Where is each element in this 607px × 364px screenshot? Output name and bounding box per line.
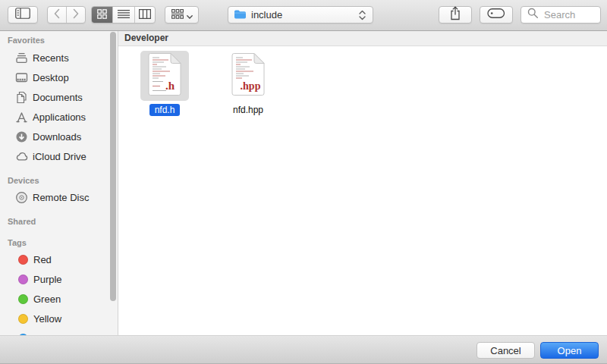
file-icon-highlight: .h	[140, 51, 189, 101]
folder-icon	[234, 8, 247, 22]
file-browser-pane: Developer	[118, 31, 607, 335]
file-extension-text: .h	[165, 80, 175, 92]
open-button[interactable]: Open	[540, 342, 599, 359]
sidebar-item-label: iCloud Drive	[33, 151, 86, 162]
shared-section-header: Shared	[8, 216, 36, 227]
toolbar: include	[0, 0, 607, 31]
file-grid: .h nfd.h	[118, 46, 607, 335]
favorites-section-header: Favorites	[8, 35, 45, 46]
folder-dropdown-label: include	[251, 9, 282, 20]
purple-tag-icon	[18, 275, 28, 284]
green-tag-icon	[18, 294, 28, 304]
tag-label: Purple	[33, 274, 62, 285]
recents-icon	[15, 52, 28, 64]
devices-section-header: Devices	[8, 175, 39, 186]
sidebar-item-tag-green[interactable]: Green	[0, 289, 118, 309]
file-item-nfd-hpp[interactable]: .hpp nfd.hpp	[224, 51, 272, 116]
sidebar-toggle-button[interactable]	[8, 6, 38, 24]
chevron-right-icon	[72, 8, 80, 22]
file-icon-box: .hpp	[224, 51, 272, 101]
sidebar-item-remote-disc[interactable]: Remote Disc	[0, 187, 118, 207]
file-item-nfd-h[interactable]: .h nfd.h	[140, 51, 189, 116]
column-view-button[interactable]	[134, 7, 155, 23]
sidebar-item-tag-red[interactable]: Red	[0, 249, 118, 269]
tag-label: Red	[33, 254, 52, 265]
applications-icon	[15, 111, 28, 124]
header-file-icon: .h	[147, 52, 182, 99]
search-input[interactable]	[543, 8, 600, 21]
share-button[interactable]	[439, 6, 472, 24]
sidebar-item-label: Desktop	[33, 72, 69, 83]
tags-section-header: Tags	[8, 237, 27, 248]
sidebar-icon	[15, 8, 30, 22]
tags-button[interactable]	[480, 6, 513, 24]
yellow-tag-icon	[18, 314, 28, 324]
sidebar-item-downloads[interactable]: Downloads	[0, 127, 118, 146]
sidebar-item-label: Downloads	[33, 131, 81, 143]
back-button[interactable]	[48, 7, 66, 23]
sidebar-item-tag-yellow[interactable]: Yellow	[0, 309, 118, 328]
sidebar: Favorites Recents Desktop	[0, 31, 118, 335]
tag-label: Yellow	[33, 313, 61, 325]
stepper-icon	[359, 10, 366, 24]
sidebar-item-tag-blue[interactable]: Blue	[0, 328, 118, 335]
documents-icon	[15, 91, 28, 104]
file-name-label: nfd.hpp	[228, 104, 269, 116]
red-tag-icon	[18, 255, 28, 265]
disc-icon	[15, 191, 28, 204]
search-field[interactable]	[521, 6, 601, 24]
desktop-icon	[15, 71, 28, 84]
open-file-dialog: include	[0, 0, 607, 364]
tag-icon	[487, 8, 505, 22]
sidebar-item-label: Documents	[33, 92, 83, 103]
sidebar-item-label: Recents	[33, 52, 69, 64]
history-nav-group	[47, 6, 86, 24]
share-icon	[448, 6, 462, 24]
sidebar-item-applications[interactable]: Applications	[0, 107, 118, 127]
file-extension-text: .hpp	[241, 80, 261, 92]
grid-view-icon	[97, 8, 107, 22]
sidebar-item-documents[interactable]: Documents	[0, 87, 118, 107]
sidebar-item-tag-purple[interactable]: Purple	[0, 269, 118, 289]
list-view-button[interactable]	[112, 7, 134, 23]
chevron-down-icon	[187, 8, 193, 22]
cloud-icon	[15, 150, 28, 163]
chevron-left-icon	[53, 8, 61, 22]
sidebar-scrollbar[interactable]	[110, 32, 116, 301]
file-name-label: nfd.h	[149, 104, 181, 116]
cancel-button[interactable]: Cancel	[476, 342, 535, 359]
header-file-icon: .hpp	[231, 52, 266, 99]
list-view-icon	[118, 8, 130, 22]
sidebar-item-icloud-drive[interactable]: iCloud Drive	[0, 146, 118, 166]
tag-label: Green	[33, 293, 61, 305]
sidebar-item-label: Applications	[33, 111, 86, 123]
dialog-footer: Cancel Open	[0, 335, 607, 364]
view-mode-group	[91, 6, 156, 24]
sidebar-item-label: Remote Disc	[33, 192, 89, 203]
column-view-icon	[139, 8, 151, 22]
icon-view-button[interactable]	[92, 7, 112, 23]
arrange-icon	[171, 8, 184, 22]
current-folder-header: Developer	[118, 31, 607, 46]
search-icon	[527, 8, 539, 22]
forward-button[interactable]	[66, 7, 85, 23]
folder-dropdown[interactable]: include	[228, 6, 373, 24]
sidebar-item-recents[interactable]: Recents	[0, 48, 118, 67]
sidebar-item-desktop[interactable]: Desktop	[0, 67, 118, 87]
downloads-icon	[15, 130, 28, 143]
arrange-menu-button[interactable]	[165, 6, 199, 24]
